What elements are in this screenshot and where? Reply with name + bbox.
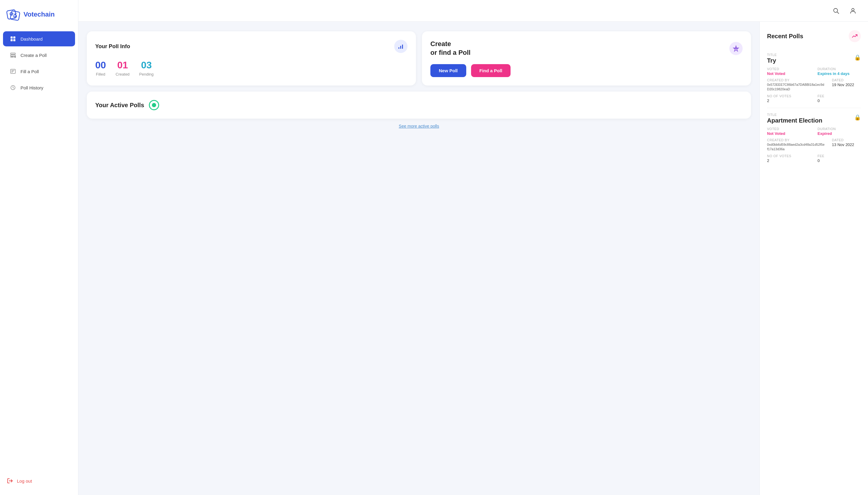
poll-1-dated-label: DATED (832, 78, 861, 82)
pending-value: 03 (141, 59, 152, 71)
poll-2-title-block: TITLE Apartment Election (767, 113, 822, 124)
active-polls-header: Your Active Polls (95, 100, 743, 110)
filled-label: Filled (96, 72, 105, 76)
user-icon[interactable] (848, 5, 858, 16)
sidebar-item-poll-history[interactable]: Poll History (3, 80, 75, 95)
logout-button[interactable]: Log out (6, 475, 71, 487)
see-more-active-polls-link[interactable]: See more active polls (399, 124, 439, 129)
poll-2-votes-label: NO OF VOTES (767, 154, 810, 158)
create-poll-icon (10, 52, 16, 58)
app-name: Votechain (23, 11, 55, 18)
sidebar-item-fill-poll[interactable]: Fill a Poll (3, 64, 75, 79)
poll-2-fee-label: FEE (818, 154, 861, 158)
poll-info-title: Your Poll Info (95, 44, 130, 50)
poll-1-votes-value: 2 (767, 99, 810, 103)
poll-2-dated-label: DATED (832, 138, 861, 142)
sidebar-nav: Dashboard Create a Poll (0, 28, 78, 469)
poll-2-createdby-col: CREATED BY 0xd0bb6d59c88aed2a3cd48a31d52… (767, 138, 824, 152)
poll-info-card: Your Poll Info 00 Filled (87, 31, 416, 86)
poll-2-name: Apartment Election (767, 117, 822, 124)
recent-polls-panel: Recent Polls TITLE Try 🔒 (759, 22, 868, 495)
create-poll-text: Create or find a Poll (430, 40, 471, 57)
create-poll-title-line1: Create (430, 40, 471, 49)
poll-2-createdby-value: 0xd0bb6d59c88aed2a3cd48a31d52f5ef17a13d3… (767, 142, 824, 152)
svg-rect-10 (11, 57, 14, 57)
poll-2-meta-row3: NO OF VOTES 2 FEE 0 (767, 154, 861, 163)
poll-2-meta-row2: CREATED BY 0xd0bb6d59c88aed2a3cd48a31d52… (767, 138, 861, 152)
pending-label: Pending (139, 72, 154, 76)
poll-1-dated-col: DATED 19 Nov 2022 (832, 78, 861, 92)
poll-1-meta-row1: VOTED Not Voted DURATION Expires in 4 da… (767, 67, 861, 76)
stat-created: 01 Created (116, 59, 130, 76)
dashboard-icon (10, 36, 16, 42)
lock-icon-1: 🔒 (854, 54, 861, 61)
svg-point-22 (852, 8, 854, 11)
poll-2-duration-value: Expired (818, 131, 861, 136)
created-label: Created (116, 72, 130, 76)
create-poll-buttons: New Poll Find a Poll (430, 64, 743, 77)
poll-1-duration-label: DURATION (818, 67, 861, 71)
sidebar-item-create-poll[interactable]: Create a Poll (3, 48, 75, 63)
dashboard-main: Your Poll Info 00 Filled (78, 22, 759, 495)
poll-entry-1: TITLE Try 🔒 VOTED Not Voted DURATION Exp… (767, 48, 861, 108)
poll-1-duration-value: Expires in 4 days (818, 71, 861, 76)
poll-1-meta-row2: CREATED BY 0x572EEE7C86b67a7DABBl18a1ec9… (767, 78, 861, 92)
sidebar-item-label: Create a Poll (20, 53, 47, 58)
poll-2-fee-col: FEE 0 (818, 154, 861, 163)
find-poll-button[interactable]: Find a Poll (471, 64, 511, 77)
poll-1-voted-label: VOTED (767, 67, 810, 71)
content-area: Your Poll Info 00 Filled (78, 22, 868, 495)
active-dot (152, 103, 156, 107)
filled-value: 00 (95, 59, 106, 71)
poll-1-fee-label: FEE (818, 94, 861, 98)
poll-2-createdby-label: CREATED BY (767, 138, 824, 142)
poll-history-icon (10, 84, 16, 91)
new-poll-button[interactable]: New Poll (430, 64, 466, 77)
poll-entry-1-header: TITLE Try 🔒 (767, 53, 861, 64)
logo-icon (6, 7, 20, 22)
recent-polls-title: Recent Polls (767, 33, 803, 40)
sidebar-item-dashboard[interactable]: Dashboard (3, 31, 75, 46)
poll-2-votes-col: NO OF VOTES 2 (767, 154, 810, 163)
svg-rect-4 (11, 36, 13, 38)
poll-entry-2-header: TITLE Apartment Election 🔒 (767, 113, 861, 124)
poll-2-dated-col: DATED 13 Nov 2022 (832, 138, 861, 152)
svg-rect-24 (400, 46, 401, 49)
create-poll-header: Create or find a Poll (430, 40, 743, 57)
logout-label: Log out (17, 478, 32, 483)
poll-1-createdby-value: 0x572EEE7C86b67a7DABBl18a1ec9dD20c19820e… (767, 83, 824, 92)
poll-2-duration-col: DURATION Expired (818, 127, 861, 136)
poll-1-votes-col: NO OF VOTES 2 (767, 94, 810, 103)
topbar (78, 0, 868, 22)
recent-polls-header: Recent Polls (767, 30, 861, 42)
poll-1-voted-col: VOTED Not Voted (767, 67, 810, 76)
poll-2-voted-col: VOTED Not Voted (767, 127, 810, 136)
lock-icon-2: 🔒 (854, 114, 861, 121)
poll-1-fee-value: 0 (818, 99, 861, 103)
poll-2-fee-value: 0 (818, 158, 861, 163)
poll-1-createdby-label: CREATED BY (767, 78, 824, 82)
svg-rect-7 (13, 39, 15, 41)
active-polls-card: Your Active Polls (87, 91, 751, 119)
poll-1-title-block: TITLE Try (767, 53, 777, 64)
sidebar-footer: Log out (0, 469, 78, 495)
main: Your Poll Info 00 Filled (78, 0, 868, 495)
poll-2-dated-value: 13 Nov 2022 (832, 142, 861, 147)
fill-poll-icon (10, 68, 16, 75)
poll-2-meta-row1: VOTED Not Voted DURATION Expired (767, 127, 861, 136)
sidebar: Votechain Dashboard (0, 0, 78, 495)
logo: Votechain (0, 0, 78, 28)
search-icon[interactable] (831, 5, 841, 16)
poll-1-duration-col: DURATION Expires in 4 days (818, 67, 861, 76)
poll-2-voted-label: VOTED (767, 127, 810, 131)
svg-line-21 (837, 12, 839, 14)
poll-2-title-label: TITLE (767, 113, 822, 117)
poll-2-votes-value: 2 (767, 158, 810, 163)
stat-pending: 03 Pending (139, 59, 154, 76)
sidebar-item-label: Fill a Poll (20, 69, 39, 74)
poll-info-header: Your Poll Info (95, 40, 408, 53)
poll-1-meta-row3: NO OF VOTES 2 FEE 0 (767, 94, 861, 103)
created-value: 01 (117, 59, 128, 71)
poll-1-name: Try (767, 57, 777, 64)
svg-rect-25 (402, 45, 403, 49)
